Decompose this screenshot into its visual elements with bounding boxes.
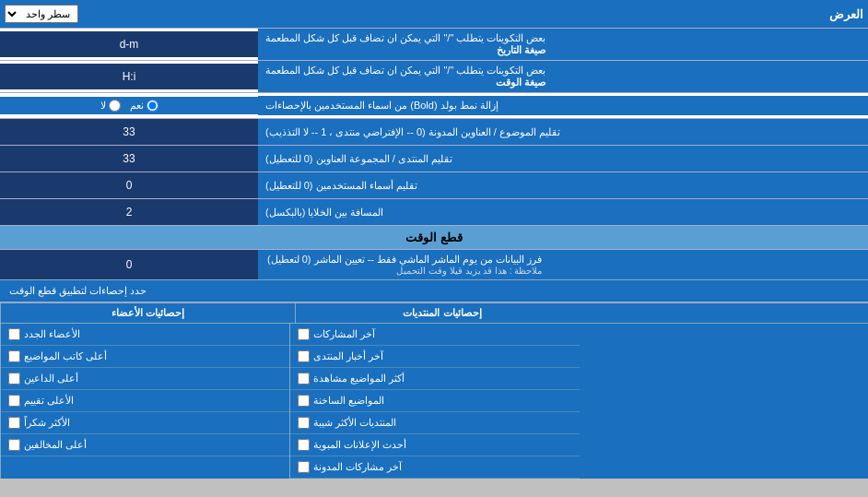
list-item: أكثر المواضيع مشاهدة	[290, 368, 579, 390]
checkbox-latest-classifieds[interactable]	[298, 439, 310, 451]
trim-forum-input[interactable]	[6, 152, 252, 165]
header-label: العرض	[829, 7, 863, 21]
trim-forum-row: تقليم المنتدى / المجموعة العناوين (0 للت…	[0, 146, 868, 172]
cutoff-value-input-wrapper	[0, 250, 258, 279]
checkboxes-body: آخر المشاركات آخر أخبار المنتدى أكثر الم…	[0, 324, 868, 479]
list-item: آخر أخبار المنتدى	[290, 346, 579, 368]
cell-spacing-label: المسافة بين الخلايا (بالبكسل)	[258, 199, 868, 225]
display-dropdown[interactable]: سطر واحدسطرينثلاثة أسطر	[5, 5, 78, 23]
radio-no[interactable]	[109, 100, 121, 112]
cell-spacing-input-wrapper	[0, 199, 258, 225]
time-format-input[interactable]	[6, 70, 252, 83]
header-row: العرض سطر واحدسطرينثلاثة أسطر	[0, 0, 868, 29]
checkboxes-section: إحصائيات المنتديات إحصائيات الأعضاء آخر …	[0, 302, 868, 479]
list-item: أعلى الداعين	[1, 368, 289, 390]
list-item: أعلى المخالفين	[1, 434, 289, 456]
list-item: أعلى كاتب المواضيع	[1, 346, 289, 368]
date-format-input[interactable]	[6, 38, 252, 51]
time-format-input-wrapper	[0, 64, 258, 89]
note-row: حدد إحصاءات لتطبيق قطع الوقت	[0, 280, 868, 302]
cell-spacing-input[interactable]	[6, 206, 252, 219]
time-format-label: بعض التكوينات يتطلب "/" التي يمكن ان تضا…	[258, 61, 868, 92]
radio-yes[interactable]	[147, 100, 158, 112]
trim-topic-input[interactable]	[6, 125, 252, 138]
date-format-row: بعض التكوينات يتطلب "/" التي يمكن ان تضا…	[0, 29, 868, 61]
checkbox-hot-topics[interactable]	[298, 395, 310, 407]
list-item: المواضيع الساخنة	[290, 390, 579, 412]
date-format-input-wrapper	[0, 31, 258, 57]
cutoff-value-row: فرز البيانات من يوم الماشر الماشي فقط --…	[0, 250, 868, 280]
checkbox-last-posts[interactable]	[298, 328, 310, 340]
trim-usernames-label: تقليم أسماء المستخدمين (0 للتعطيل)	[258, 172, 868, 198]
checkboxes-header: إحصائيات المنتديات إحصائيات الأعضاء	[0, 303, 868, 324]
checkbox-most-viewed[interactable]	[298, 373, 310, 385]
trim-usernames-input[interactable]	[6, 179, 252, 192]
col1-header: إحصائيات الأعضاء	[0, 303, 295, 323]
checkbox-last-news[interactable]	[298, 350, 310, 362]
bold-removal-row: إزالة نمط بولد (Bold) من اسماء المستخدمي…	[0, 93, 868, 119]
list-item: المنتديات الأكثر شيبة	[290, 412, 579, 434]
checkboxes-header-empty	[589, 303, 868, 323]
main-container: العرض سطر واحدسطرينثلاثة أسطر بعض التكوي…	[0, 0, 868, 479]
checkbox-last-blog-posts[interactable]	[298, 461, 310, 473]
trim-topic-row: تقليم الموضوع / العناوين المدونة (0 -- ا…	[0, 119, 868, 146]
trim-usernames-input-wrapper	[0, 172, 258, 198]
list-item: الأعضاء الجدد	[1, 324, 289, 346]
checkboxes-col1: الأعضاء الجدد أعلى كاتب المواضيع أعلى ال…	[0, 324, 289, 479]
time-format-row: بعض التكوينات يتطلب "/" التي يمكن ان تضا…	[0, 61, 868, 93]
trim-usernames-row: تقليم أسماء المستخدمين (0 للتعطيل)	[0, 172, 868, 199]
cutoff-value-label: فرز البيانات من يوم الماشر الماشي فقط --…	[258, 250, 868, 279]
checkboxes-empty-col	[580, 324, 868, 479]
radio-no-label[interactable]: لا	[100, 100, 121, 112]
checkboxes-col2: آخر المشاركات آخر أخبار المنتدى أكثر الم…	[289, 324, 579, 479]
list-item: الأعلى تقييم	[1, 390, 289, 412]
radio-yes-label[interactable]: نعم	[130, 100, 158, 112]
cell-spacing-row: المسافة بين الخلايا (بالبكسل)	[0, 199, 868, 226]
cutoff-value-input[interactable]	[6, 258, 252, 271]
date-format-label: بعض التكوينات يتطلب "/" التي يمكن ان تضا…	[258, 29, 868, 60]
checkbox-top-poster[interactable]	[8, 350, 20, 362]
trim-forum-input-wrapper	[0, 146, 258, 172]
trim-forum-label: تقليم المنتدى / المجموعة العناوين (0 للت…	[258, 146, 868, 172]
checkbox-most-popular-forums[interactable]	[298, 417, 310, 429]
checkbox-top-rated[interactable]	[8, 395, 20, 407]
list-item: آخر مشاركات المدونة	[290, 456, 579, 479]
checkbox-top-violators[interactable]	[8, 439, 20, 451]
list-item: آخر المشاركات	[290, 324, 579, 346]
dropdown-area: سطر واحدسطرينثلاثة أسطر	[5, 5, 78, 23]
trim-topic-input-wrapper	[0, 119, 258, 145]
cutoff-section-header: قطع الوقت	[0, 226, 868, 250]
list-item: الأكثر شكراً	[1, 412, 289, 434]
checkbox-most-thanked[interactable]	[8, 417, 20, 429]
checkbox-new-members[interactable]	[8, 328, 20, 340]
bold-removal-label: إزالة نمط بولد (Bold) من اسماء المستخدمي…	[258, 96, 868, 115]
col2-header: إحصائيات المنتديات	[295, 303, 590, 323]
bold-removal-options: نعم لا	[0, 97, 258, 114]
checkbox-top-inviters[interactable]	[8, 373, 20, 385]
trim-topic-label: تقليم الموضوع / العناوين المدونة (0 -- ا…	[258, 119, 868, 145]
list-item: أحدث الإعلانات المبوية	[290, 434, 579, 456]
